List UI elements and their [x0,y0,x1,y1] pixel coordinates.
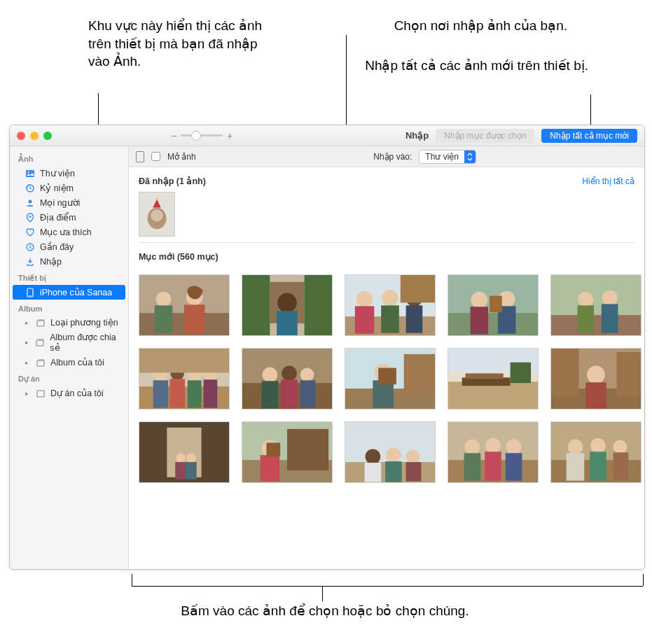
svg-point-123 [590,438,606,454]
svg-point-51 [578,292,593,307]
shared-albums-icon [35,337,45,347]
select-arrows-icon [464,150,476,163]
svg-point-5 [29,216,32,218]
import-selected-button[interactable]: Nhập mục được chọn [436,129,534,143]
import-destination-select[interactable]: Thư viện [419,150,476,164]
svg-point-20 [155,197,158,200]
zoom-in-icon[interactable]: + [227,130,233,141]
photo-thumbnail[interactable] [242,421,333,483]
import-scroll-area[interactable]: Đã nhập (1 ảnh) Hiển thị tất cả Mục mới … [129,167,644,569]
svg-rect-61 [153,380,169,407]
open-photo-label[interactable]: Mở ảnh [167,152,196,162]
sidebar-section-projects: Dự án [10,370,128,386]
thumbnail-zoom: − + [171,130,233,141]
photo-thumbnail[interactable] [242,274,333,336]
photo-thumbnail[interactable] [550,274,641,336]
chevron-right-icon[interactable]: ▸ [25,390,31,397]
svg-point-69 [282,366,297,382]
chevron-right-icon[interactable]: ▸ [25,319,31,326]
svg-rect-78 [373,380,394,407]
svg-rect-81 [448,382,538,409]
sidebar-section-photos: Ảnh [10,150,128,166]
chevron-right-icon[interactable]: ▸ [25,339,30,346]
sidebar-item-label: Địa điểm [40,212,76,223]
sidebar-item-memories[interactable]: Kỷ niệm [10,181,128,195]
sidebar-item-label: Dự án của tôi [50,388,104,398]
photo-thumbnail[interactable] [139,421,230,483]
chevron-right-icon[interactable]: ▸ [25,359,31,366]
svg-point-35 [356,291,373,308]
svg-rect-83 [466,373,504,379]
places-icon [25,213,35,223]
svg-rect-91 [617,352,641,397]
svg-rect-52 [577,305,594,332]
sidebar-item-favorites[interactable]: Mục ưa thích [10,225,128,239]
svg-rect-96 [175,462,186,479]
zoom-window-button[interactable] [43,132,52,140]
sidebar-item-people[interactable]: Mọi người [10,195,128,210]
svg-rect-38 [381,305,399,332]
svg-rect-63 [188,380,202,407]
svg-point-107 [386,447,401,463]
svg-rect-32 [305,275,332,336]
sidebar: Ảnh Thư viện Kỷ niệm Mọi người [10,146,129,569]
photo-thumbnail[interactable] [448,421,539,483]
photo-thumbnail[interactable] [139,192,175,237]
photo-thumbnail[interactable] [448,274,539,336]
svg-rect-31 [242,275,270,336]
svg-rect-36 [355,306,375,333]
media-types-icon [36,318,46,328]
svg-rect-97 [186,462,197,479]
sidebar-item-label: Nhập [40,256,62,267]
svg-rect-62 [169,379,185,407]
photo-thumbnail[interactable] [550,421,641,483]
sidebar-item-label: Album được chia sẻ [50,332,121,353]
svg-rect-89 [585,382,606,408]
zoom-out-icon[interactable]: − [171,130,176,141]
import-to-label: Nhập vào: [373,152,412,162]
callout-click-to-select: Bấm vào các ảnh để chọn hoặc bỏ chọn chú… [136,602,514,620]
svg-rect-13 [37,360,44,366]
svg-point-114 [465,440,480,455]
svg-point-4 [29,200,32,203]
photo-thumbnail[interactable] [345,348,436,410]
sidebar-item-library[interactable]: Thư viện [10,166,128,181]
svg-rect-119 [506,453,522,480]
sidebar-item-device[interactable]: iPhone của Sanaa [13,285,125,300]
sidebar-item-my-projects[interactable]: ▸ Dự án của tôi [10,386,128,400]
photo-thumbnail[interactable] [139,348,230,410]
sidebar-item-label: Album của tôi [50,357,104,368]
library-icon [25,169,35,178]
callout-imported-area: Khu vực này hiển thị các ảnh trên thiết … [88,17,270,71]
photo-thumbnail[interactable] [550,348,641,410]
minimize-window-button[interactable] [30,132,39,140]
photo-thumbnail[interactable] [242,348,333,410]
svg-point-122 [568,440,583,455]
sidebar-item-shared-albums[interactable]: ▸ Album được chia sẻ [10,330,128,355]
sidebar-item-my-albums[interactable]: ▸ Album của tôi [10,355,128,370]
photo-thumbnail[interactable] [345,421,436,483]
sidebar-item-import[interactable]: Nhập [10,254,128,269]
select-all-checkbox[interactable] [151,152,160,161]
photo-thumbnail[interactable] [139,274,230,336]
svg-rect-110 [385,461,402,482]
svg-rect-24 [155,305,173,332]
main-content: Mở ảnh Nhập vào: Thư viện Đã nhập (1 ảnh… [129,146,644,569]
sidebar-item-recent[interactable]: Gần đây [10,239,128,254]
svg-rect-100 [287,429,328,470]
sidebar-item-places[interactable]: Địa điểm [10,210,128,225]
sidebar-item-label: Mọi người [40,197,80,208]
photo-thumbnail[interactable] [345,274,436,336]
photo-thumbnail[interactable] [448,348,539,410]
zoom-slider[interactable] [181,134,223,136]
svg-rect-85 [511,363,532,384]
close-window-button[interactable] [17,132,25,140]
svg-rect-127 [613,452,629,479]
sidebar-item-media-types[interactable]: ▸ Loại phương tiện [10,315,128,330]
show-all-link[interactable]: Hiển thị tất cả [582,176,634,186]
sidebar-item-label: Loại phương tiện [50,317,118,328]
projects-icon [36,388,46,398]
import-all-new-button[interactable]: Nhập tất cả mục mới [541,129,637,143]
callout-import-all-new: Nhập tất cả các ảnh mới trên thiết bị. [294,57,588,75]
svg-point-44 [471,292,487,309]
